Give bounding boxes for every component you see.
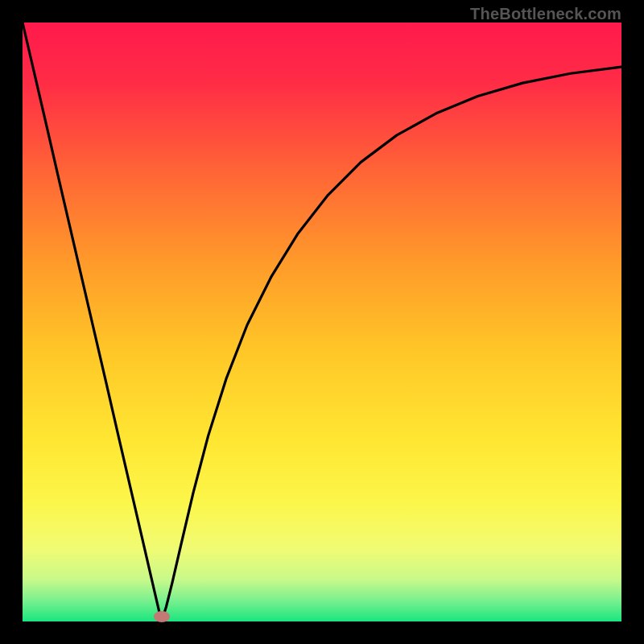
plot-area bbox=[23, 23, 621, 621]
bottleneck-curve bbox=[23, 23, 621, 621]
attribution-label: TheBottleneck.com bbox=[470, 5, 621, 23]
optimum-marker-icon bbox=[154, 611, 170, 622]
curve-layer bbox=[23, 23, 621, 621]
chart-stage: TheBottleneck.com bbox=[0, 0, 644, 644]
